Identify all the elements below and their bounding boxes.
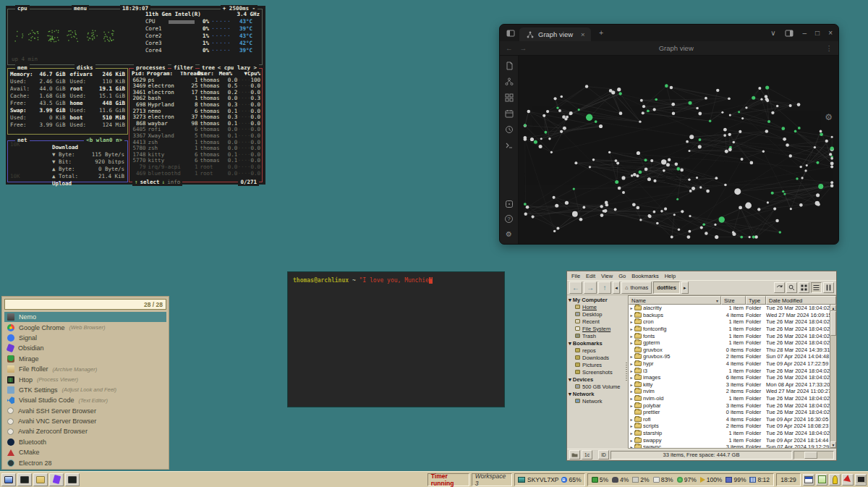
file-row[interactable]: ▸alacritty1 itemFolderTue 26 Mar 2024 18… — [629, 305, 830, 312]
file-row[interactable]: ▸nvim-old1 itemFolderTue 26 Mar 2024 18:… — [629, 395, 830, 402]
row-expander-icon[interactable]: ▸ — [629, 326, 634, 331]
sidebar-item-home[interactable]: Home — [567, 303, 624, 310]
launcher-item-nemo[interactable]: Nemo — [4, 312, 166, 322]
row-expander-icon[interactable]: ▸ — [629, 382, 634, 387]
sidebar-item-downloads[interactable]: Downloads — [567, 354, 624, 361]
row-expander-icon[interactable]: ▸ — [629, 319, 634, 324]
process-footer-select[interactable]: ↑ select ↓ info — [132, 179, 182, 186]
menu-help[interactable]: Help — [663, 273, 678, 279]
launcher-item-avahi-ssh-server-browser[interactable]: Avahi SSH Server Browser — [4, 406, 166, 416]
file-row[interactable]: ▸kitty3 itemsFolderMon 08 Apr 2024 17:33… — [629, 381, 830, 389]
sidebar-item-trash[interactable]: Trash — [567, 332, 624, 339]
menu-file[interactable]: File — [569, 273, 582, 279]
file-row[interactable]: ▸starship1 itemFolderTue 26 Mar 2024 18:… — [629, 430, 830, 437]
terminal-window[interactable]: thomas@archlinux ~ "I love you, Munchie" — [287, 271, 505, 407]
maximize-button[interactable]: □ — [815, 29, 820, 37]
sidebar-item-desktop[interactable]: Desktop — [567, 310, 624, 318]
compact-view-button[interactable] — [823, 282, 834, 293]
size-slider[interactable] — [793, 451, 834, 460]
launcher-item-bluetooth[interactable]: Bluetooth — [4, 437, 166, 447]
sidebar-section-network[interactable]: ▾Network — [567, 390, 624, 397]
file-row[interactable]: ▸rofi4 itemsFolderTue 09 Apr 2024 16:30:… — [629, 416, 830, 423]
file-row[interactable]: ▸scripts2 itemsFolderTue 09 Apr 2024 18:… — [629, 423, 830, 430]
graph-view-canvas[interactable]: ⚙ — [519, 56, 838, 244]
daily-note-calendar-icon[interactable] — [504, 109, 514, 118]
column-type[interactable]: Type — [746, 296, 766, 305]
timer-status[interactable]: Timer running — [427, 473, 469, 486]
file-row[interactable]: ▸gpterm1 itemFolderTue 26 Mar 2024 18:04… — [629, 339, 830, 347]
launcher-folder-button[interactable] — [33, 473, 48, 486]
file-row[interactable]: ▸gruvbox-952 itemsFolderSun 07 Apr 2024 … — [629, 353, 830, 360]
back-icon[interactable]: ← — [506, 44, 513, 52]
menu-go[interactable]: Go — [616, 273, 628, 279]
file-row[interactable]: prettier0 itemsFolderTue 26 Mar 2024 18:… — [629, 409, 830, 416]
launcher-item-mirage[interactable]: Mirage — [4, 354, 166, 364]
launcher-item-cmake[interactable]: CMake — [4, 447, 166, 457]
row-expander-icon[interactable]: ▸ — [629, 444, 634, 448]
window-tray-icon[interactable] — [803, 474, 814, 486]
network-status[interactable]: SKYVL7XP B 65% — [514, 473, 585, 486]
process-row[interactable]: 469bluetoothd1root0.0····0.0 — [129, 171, 262, 177]
icon-view-button[interactable] — [799, 282, 809, 293]
minimize-button[interactable]: – — [803, 29, 807, 37]
breadcrumb-scroll-left-icon[interactable]: ◂ — [613, 281, 620, 294]
launcher-obsidian-button[interactable] — [49, 473, 64, 486]
vertical-scrollbar[interactable]: ▲ ▼ — [830, 305, 836, 448]
tab-list-chevron-icon[interactable]: ∨ — [770, 29, 775, 37]
breadcrumb-home[interactable]: ⌂ thomas — [621, 281, 652, 294]
scrollbar-thumb[interactable] — [830, 311, 836, 336]
row-expander-icon[interactable]: ▸ — [629, 340, 634, 345]
file-row[interactable]: ▸cron1 itemFolderTue 26 Mar 2024 18:04:0… — [629, 318, 830, 326]
sidebar-section-devices[interactable]: ▾Devices — [567, 376, 624, 383]
launcher-item-signal[interactable]: Signal — [4, 333, 166, 343]
row-expander-icon[interactable]: ▸ — [629, 417, 634, 422]
menu-tab[interactable]: menu — [72, 5, 89, 12]
file-row[interactable]: ▸swappy1 itemFolderTue 09 Apr 2024 18:14… — [629, 436, 830, 444]
left-sidebar-toggle-icon[interactable] — [506, 28, 515, 38]
tab-graph-view[interactable]: Graph view × — [519, 27, 591, 41]
column-size[interactable]: Size — [721, 296, 746, 305]
vault-switcher-icon[interactable] — [504, 199, 514, 208]
file-row[interactable]: ▸swaync3 itemsFolderSun 07 Apr 2024 19:1… — [629, 444, 830, 448]
row-expander-icon[interactable]: ▸ — [629, 403, 634, 408]
row-expander-icon[interactable]: ▸ — [629, 305, 634, 310]
file-row[interactable]: ▸fonts1 itemFolderTue 26 Mar 2024 18:04:… — [629, 332, 830, 339]
taskbar-clock[interactable]: 18:29 — [776, 473, 801, 486]
file-row[interactable]: ▸polybar3 itemsFolderTue 26 Mar 2024 18:… — [629, 402, 830, 409]
launcher-item-google-chrome[interactable]: Google Chrome(Web Browser) — [4, 322, 166, 332]
cpu-tab[interactable]: cpu — [15, 5, 30, 12]
breadcrumb-current[interactable]: dotfiles — [653, 281, 680, 294]
launcher-item-visual-studio-code[interactable]: Visual Studio Code(Text Editor) — [4, 395, 166, 405]
settings-gear-icon[interactable]: ⚙ — [504, 229, 514, 239]
launcher-item-gtk-settings[interactable]: GTK Settings(Adjust Look and Feel) — [4, 385, 166, 395]
sidebar-item-recent[interactable]: Recent — [567, 318, 624, 325]
row-expander-icon[interactable]: ▸ — [629, 361, 634, 366]
file-row[interactable]: ▸fontconfig1 itemFolderTue 26 Mar 2024 1… — [629, 326, 830, 333]
row-expander-icon[interactable]: ▸ — [629, 396, 634, 401]
sidebar-item-500-gb-volume[interactable]: 500 GB Volume — [567, 383, 624, 390]
tab-close-icon[interactable]: × — [581, 30, 585, 38]
key-tray-icon[interactable] — [829, 474, 841, 486]
help-icon[interactable]: ? — [505, 215, 513, 223]
sidebar-section-my-computer[interactable]: ▾My Computer — [567, 296, 624, 303]
search-button[interactable] — [786, 282, 797, 293]
launcher-item-avahi-vnc-server-browser[interactable]: Avahi VNC Server Browser — [4, 416, 166, 426]
column-name[interactable]: Name ▾ — [629, 296, 721, 305]
menu-view[interactable]: View — [599, 273, 615, 279]
row-expander-icon[interactable]: ▸ — [629, 354, 634, 359]
launcher-search-input[interactable]: 28 / 28 — [4, 299, 166, 310]
close-button[interactable]: × — [828, 29, 833, 37]
new-tab-button[interactable] — [774, 282, 785, 293]
sidebar-item-pictures[interactable]: Pictures — [567, 361, 624, 368]
launcher-item-avahi-zeroconf-browser[interactable]: Avahi Zeroconf Browser — [4, 426, 166, 436]
forward-button[interactable]: → — [584, 281, 597, 294]
up-button[interactable]: ↑ — [598, 281, 611, 294]
sidebar-item-network[interactable]: Network — [567, 397, 624, 405]
file-row[interactable]: ▸hypr4 itemsFolderTue 09 Apr 2024 17:22:… — [629, 360, 830, 368]
menu-bookmarks[interactable]: Bookmarks — [629, 273, 661, 279]
row-expander-icon[interactable]: ▸ — [629, 313, 634, 318]
display-tray-icon[interactable] — [855, 474, 867, 486]
column-date-modified[interactable]: Date Modified — [766, 296, 836, 305]
back-button[interactable]: ← — [569, 281, 582, 294]
launcher-terminal-button[interactable] — [17, 473, 32, 486]
